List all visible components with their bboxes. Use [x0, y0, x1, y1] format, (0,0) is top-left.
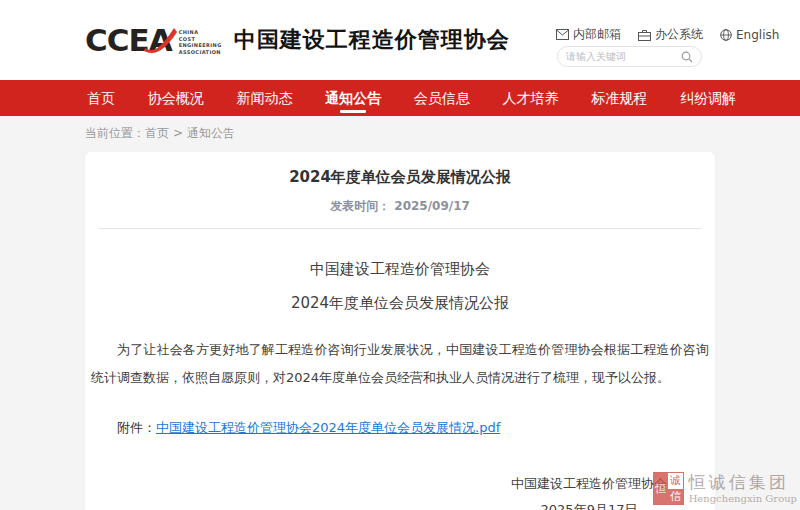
main-nav-inner: 首页 协会概况 新闻动态 通知公告 会员信息 人才培养 标准规程 纠纷调解 — [85, 80, 738, 116]
main-nav: 首页 协会概况 新闻动态 通知公告 会员信息 人才培养 标准规程 纠纷调解 — [0, 80, 800, 116]
logo-acronym: CCEA — [85, 21, 172, 59]
article-title: 2024年度单位会员发展情况公报 — [85, 152, 715, 187]
article-card: 2024年度单位会员发展情况公报 发表时间： 2025/09/17 中国建设工程… — [85, 152, 715, 510]
nav-item-standards[interactable]: 标准规程 — [589, 80, 649, 116]
nav-item-training[interactable]: 人才培养 — [501, 80, 561, 116]
logo-acronym-text: CCEA — [85, 22, 172, 58]
article-paragraph: 为了让社会各方更好地了解工程造价咨询行业发展状况，中国建设工程造价管理协会根据工… — [91, 336, 709, 392]
seal-char: 诚 — [668, 473, 683, 489]
nav-item-notices[interactable]: 通知公告 — [323, 80, 383, 116]
logo-subtext: CHINA COST ENGINEERING ASSOCIATION — [179, 29, 222, 55]
seal-char: 恒 — [654, 473, 669, 504]
site-logo[interactable]: CCEA CHINA COST ENGINEERING ASSOCIATION … — [85, 21, 510, 59]
internal-mail-label: 内部邮箱 — [573, 26, 621, 43]
hengchengxin-watermark: 恒 诚 信 恒诚信集团 Hengchengxin Group — [653, 472, 797, 505]
nav-item-news[interactable]: 新闻动态 — [234, 80, 294, 116]
publish-date: 2025/09/17 — [394, 199, 470, 213]
office-system-link[interactable]: 办公系统 — [638, 26, 703, 43]
mail-icon — [556, 29, 569, 40]
attachment-label: 附件： — [117, 420, 156, 435]
signature-org: 中国建设工程造价管理协会 — [511, 471, 667, 497]
document-heading-title: 2024年度单位会员发展情况公报 — [85, 294, 715, 313]
nav-item-members[interactable]: 会员信息 — [412, 80, 472, 116]
nav-item-about[interactable]: 协会概况 — [146, 80, 206, 116]
breadcrumb-notices[interactable]: 通知公告 — [187, 126, 235, 140]
watermark-name: 恒诚信集团 — [689, 474, 797, 491]
nav-item-mediation[interactable]: 纠纷调解 — [678, 80, 738, 116]
title-divider — [99, 228, 701, 229]
site-title: 中国建设工程造价管理协会 — [234, 25, 510, 55]
office-system-label: 办公系统 — [655, 26, 703, 43]
internal-mail-link[interactable]: 内部邮箱 — [556, 26, 621, 43]
hengchengxin-seal-icon: 恒 诚 信 — [653, 472, 684, 505]
english-link[interactable]: English — [720, 28, 779, 42]
site-header: CCEA CHINA COST ENGINEERING ASSOCIATION … — [0, 0, 800, 80]
search-input[interactable] — [566, 51, 681, 62]
breadcrumb-separator: > — [173, 126, 183, 140]
utility-links: 内部邮箱 办公系统 English — [556, 26, 779, 43]
logo-subtext-line: ENGINEERING — [179, 42, 222, 49]
nav-item-home[interactable]: 首页 — [85, 80, 117, 116]
publish-date-label: 发表时间： — [330, 199, 390, 213]
search-icon[interactable] — [681, 51, 693, 63]
watermark-text: 恒诚信集团 Hengchengxin Group — [689, 474, 797, 504]
attachment-row: 附件：中国建设工程造价管理协会2024年度单位会员发展情况.pdf — [91, 419, 709, 437]
document-heading-org: 中国建设工程造价管理协会 — [85, 260, 715, 279]
briefcase-icon — [638, 29, 651, 41]
article-meta: 发表时间： 2025/09/17 — [85, 198, 715, 215]
globe-icon — [720, 29, 732, 41]
breadcrumb-prefix: 当前位置： — [85, 126, 145, 140]
search-box — [557, 46, 702, 67]
breadcrumb: 当前位置：首页>通知公告 — [85, 125, 235, 142]
seal-char: 信 — [668, 489, 683, 505]
signature-date: 2025年9月17日 — [511, 497, 667, 510]
logo-subtext-line: ASSOCIATION — [179, 49, 222, 56]
attachment-pdf-link[interactable]: 中国建设工程造价管理协会2024年度单位会员发展情况.pdf — [156, 420, 500, 435]
article-signature: 中国建设工程造价管理协会 2025年9月17日 — [511, 471, 667, 510]
watermark-name-en: Hengchengxin Group — [689, 494, 797, 504]
breadcrumb-home[interactable]: 首页 — [145, 126, 169, 140]
english-label: English — [736, 28, 779, 42]
